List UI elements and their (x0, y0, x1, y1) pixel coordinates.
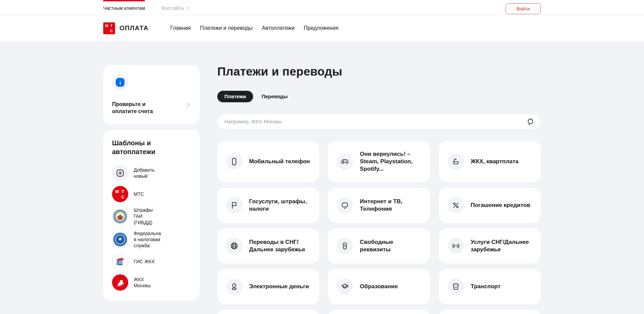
category-card[interactable]: Мобильный телефон (217, 141, 319, 182)
main-panel: Платежи и переводы Платежи Переводы Моби… (217, 65, 541, 314)
globe-icon (226, 238, 242, 254)
main-nav: ГлавнаяПлатежи и переводыАвтоплатежиПред… (170, 25, 338, 31)
category-card[interactable]: Интернет и ТВ, Телефония (328, 188, 430, 223)
template-item-label: ЖКХ Москвы (134, 276, 162, 289)
check-bills-title: Проверьте и оплатите счета (112, 101, 170, 115)
template-item-label: Федеральная налоговая служба (134, 230, 162, 249)
template-item[interactable]: Федеральная налоговая служба (112, 230, 192, 249)
category-card[interactable]: Свободные реквизиты (328, 228, 430, 264)
category-card-label: Госуслуги, штрафы, налоги (249, 198, 312, 213)
bus-icon (448, 278, 464, 295)
login-button[interactable]: Войти (506, 3, 541, 14)
category-card[interactable]: Они вернулись! – Steam, Playstation, Spo… (328, 141, 430, 182)
category-card-partial[interactable] (217, 310, 319, 314)
template-item-label: Штрафы ГАИ (ГИБДД) (134, 207, 162, 226)
templates-heading: Шаблоны и автоплатежи (112, 139, 168, 156)
category-card[interactable]: Электронные деньги (217, 269, 319, 304)
search-input[interactable] (218, 119, 540, 124)
category-card[interactable]: Переводы в СНГ/ Дальнее зарубежье (217, 228, 319, 264)
active-tab-indicator (103, 0, 145, 1)
monitor-icon (337, 197, 353, 213)
nav-payments[interactable]: Платежи и переводы (200, 25, 253, 31)
category-card-label: Свободные реквизиты (360, 238, 423, 253)
category-card[interactable]: Услуги СНГ/Дальнее зарубежье (439, 228, 541, 264)
category-card-label: Они вернулись! – Steam, Playstation, Spo… (360, 150, 423, 173)
category-card-label: Интернет и ТВ, Телефония (360, 198, 423, 213)
category-card-label: Переводы в СНГ/ Дальнее зарубежье (249, 238, 312, 253)
add-icon (112, 165, 128, 181)
category-card-label: Погашение кредитов (471, 202, 530, 209)
category-card-partial[interactable] (439, 310, 541, 314)
tabs: Платежи Переводы (217, 91, 541, 102)
template-item[interactable]: ЖКХ Москвы (112, 274, 192, 291)
topbar: Частным клиентам Все сайты Войти (0, 0, 644, 15)
sites-dropdown-label: Все сайты (161, 5, 184, 11)
fns-emblem-icon (112, 231, 128, 248)
brand-title: ОПЛАТА (119, 24, 149, 32)
template-item-label: ГИС ЖКХ (134, 258, 162, 265)
category-card[interactable]: Погашение кредитов (439, 188, 541, 223)
category-card-label: ЖКХ, квартплата (471, 158, 519, 165)
template-item-label: МТС (134, 191, 162, 197)
moscow-zhkh-icon (112, 274, 128, 291)
gis-zhkh-icon (112, 253, 128, 270)
mts-logo-icon (103, 22, 115, 34)
percent-icon (448, 197, 464, 213)
tab-payments[interactable]: Платежи (217, 91, 253, 102)
search-icon[interactable] (527, 118, 535, 126)
sidebar: Проверьте и оплатите счета Шаблоны и авт… (103, 65, 200, 301)
categories-grid: Мобильный телефонОни вернулись! – Steam,… (217, 141, 541, 314)
gamepad-icon (337, 153, 353, 170)
info-icon (112, 74, 128, 90)
main-header: ОПЛАТА ГлавнаяПлатежи и переводыАвтоплат… (0, 15, 644, 41)
category-card-label: Электронные деньги (249, 283, 309, 290)
education-icon (337, 278, 353, 295)
category-card-partial[interactable] (328, 310, 430, 314)
category-card-label: Мобильный телефон (249, 158, 310, 165)
topbar-divider (153, 4, 153, 12)
chevron-right-icon[interactable] (184, 101, 192, 109)
template-item-label: Добавить новый (134, 167, 162, 179)
caret-down-icon (186, 6, 191, 11)
signal-icon (448, 238, 464, 254)
templates-list: Добавить новыйМТСШтрафы ГАИ (ГИБДД)Федер… (112, 165, 192, 291)
template-item[interactable]: ГИС ЖКХ (112, 253, 192, 270)
template-item[interactable]: МТС (112, 186, 192, 202)
flag-icon (226, 197, 242, 213)
tab-transfers[interactable]: Переводы (262, 91, 288, 102)
category-card[interactable]: ЖКХ, квартплата (439, 141, 541, 182)
category-card[interactable]: Образование (328, 269, 430, 304)
audience-tab[interactable]: Частным клиентам (103, 0, 145, 16)
templates-card: Шаблоны и автоплатежи Добавить новыйМТСШ… (103, 130, 200, 301)
template-item[interactable]: Добавить новый (112, 165, 192, 181)
content: Проверьте и оплатите счета Шаблоны и авт… (0, 41, 644, 314)
check-bills-card[interactable]: Проверьте и оплатите счета (103, 65, 200, 124)
page: Частным клиентам Все сайты Войти ОПЛАТА … (0, 0, 644, 314)
sites-dropdown[interactable]: Все сайты (161, 4, 191, 11)
page-title: Платежи и переводы (217, 65, 541, 78)
nav-home[interactable]: Главная (170, 25, 191, 31)
brand-logo[interactable]: ОПЛАТА (103, 22, 149, 34)
category-card[interactable]: Транспорт (439, 269, 541, 304)
phone-icon (226, 153, 242, 170)
category-card[interactable]: Госуслуги, штрафы, налоги (217, 188, 319, 223)
nav-offers[interactable]: Предложения (304, 25, 338, 31)
template-item[interactable]: Штрафы ГАИ (ГИБДД) (112, 207, 192, 226)
category-card-label: Образование (360, 283, 398, 290)
category-card-label: Транспорт (471, 283, 501, 290)
search-bar[interactable] (217, 114, 541, 129)
category-card-label: Услуги СНГ/Дальнее зарубежье (471, 238, 534, 253)
mts-avatar-icon (112, 186, 128, 202)
gai-emblem-icon (112, 208, 128, 225)
nav-autopayments[interactable]: Автоплатежи (262, 25, 295, 31)
emoney-icon (226, 278, 242, 295)
bath-icon (448, 153, 464, 170)
audience-tab-label: Частным клиентам (103, 5, 145, 11)
receipt-icon (337, 238, 353, 254)
